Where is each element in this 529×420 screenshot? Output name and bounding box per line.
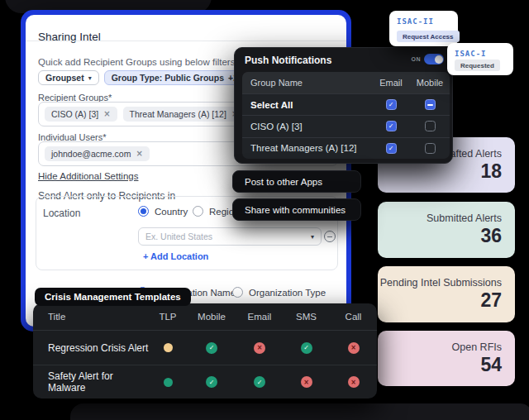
cross-icon: × bbox=[301, 376, 312, 388]
sms-cell: ✓ bbox=[283, 342, 330, 354]
push-group-name: Threat Managers (A) [12] bbox=[250, 143, 372, 153]
email-checkbox[interactable]: ✓ bbox=[386, 99, 397, 110]
chevron-down-icon: ▾ bbox=[88, 74, 92, 82]
requested-button[interactable]: Requested bbox=[455, 60, 500, 71]
recipient-group-chip-label: CISO (A) [3] bbox=[51, 109, 98, 119]
screen: Sharing Intel Quick add Recipient Groups… bbox=[0, 0, 529, 420]
call-cell: × bbox=[330, 342, 377, 354]
crisis-templates-tab: Crisis Management Templates bbox=[35, 288, 191, 306]
tlp-cell bbox=[149, 378, 187, 387]
crisis-column-header-mobile: Mobile bbox=[187, 312, 236, 322]
push-table-header: Group Name Email Mobile bbox=[242, 72, 450, 93]
backdrop-window-bottom bbox=[70, 403, 529, 420]
push-toggle-label: ON bbox=[412, 56, 422, 62]
open-rfis-label: Open RFIs bbox=[452, 341, 502, 353]
crisis-template-row[interactable]: Regression Crisis Alert✓×✓× bbox=[33, 331, 377, 365]
check-icon: ✓ bbox=[206, 376, 217, 388]
push-group-row: CISO (A) [3]✓ bbox=[242, 115, 450, 136]
pending-intel-submissions-label: Pending Intel Submissions bbox=[380, 277, 502, 289]
push-notifications-title: Push Notifications bbox=[245, 55, 331, 66]
groupset-filter-label: Groupset bbox=[45, 73, 84, 83]
groupset-filter-button[interactable]: Groupset ▾ bbox=[38, 70, 99, 85]
check-icon: ✓ bbox=[254, 376, 265, 388]
tlp-dot bbox=[164, 378, 173, 387]
request-access-button[interactable]: Request Access bbox=[397, 31, 460, 42]
submitted-alerts-label: Submitted Alerts bbox=[427, 212, 502, 224]
cross-icon: × bbox=[348, 376, 360, 388]
mobile-checkbox[interactable] bbox=[425, 99, 436, 110]
sms-cell: × bbox=[283, 376, 330, 388]
crisis-template-title: Regression Crisis Alert bbox=[48, 342, 149, 354]
modal-subtitle: Quick add Recipient Groups using below f… bbox=[38, 57, 235, 67]
email-cell: ✓ bbox=[236, 376, 283, 388]
crisis-column-header-title: Title bbox=[48, 312, 149, 322]
call-cell: × bbox=[330, 376, 377, 388]
share-with-communities-button[interactable]: Share with communities bbox=[232, 198, 361, 221]
country-radio-label: Country bbox=[155, 207, 188, 217]
mobile-cell bbox=[410, 143, 450, 154]
crisis-column-header-tlp: TLP bbox=[149, 312, 187, 322]
group-name-column-header: Group Name bbox=[250, 78, 372, 88]
add-location-link[interactable]: + Add Location bbox=[143, 251, 208, 261]
tlp-cell bbox=[149, 343, 187, 352]
group-type-filter-label: Group Type: Public Groups bbox=[112, 73, 224, 83]
organization-type-radio[interactable] bbox=[232, 287, 243, 298]
isac-ii-logo: ISAC-II bbox=[397, 17, 434, 26]
cross-icon: × bbox=[254, 342, 265, 354]
recipient-group-chip-label: Threat Managers (A) [12] bbox=[130, 109, 226, 119]
push-group-name: CISO (A) [3] bbox=[250, 122, 372, 131]
isac-i-logo: ISAC-I bbox=[455, 50, 487, 58]
country-radio[interactable] bbox=[138, 206, 149, 217]
push-group-name: Select All bbox=[250, 100, 372, 110]
chevron-down-icon: ▾ bbox=[311, 233, 314, 241]
email-cell: ✓ bbox=[372, 99, 410, 110]
crisis-table-header: TitleTLPMobileEmailSMSCall bbox=[33, 303, 377, 331]
check-icon: ✓ bbox=[206, 342, 217, 354]
email-cell: ✓ bbox=[372, 143, 410, 154]
crisis-templates-table: TitleTLPMobileEmailSMSCall Regression Cr… bbox=[33, 303, 377, 399]
hide-additional-settings-link[interactable]: Hide Additional Settings bbox=[38, 171, 138, 181]
individual-user-chip-label: johndoe@acme.com bbox=[51, 149, 131, 159]
individual-user-chip: johndoe@acme.com× bbox=[45, 146, 150, 161]
cross-icon: × bbox=[348, 342, 360, 354]
pending-intel-submissions-card[interactable]: Pending Intel Submissions 27 bbox=[378, 266, 515, 322]
location-label: Location bbox=[43, 208, 80, 219]
email-checkbox[interactable]: ✓ bbox=[386, 121, 397, 131]
crisis-template-title: Safety Alert for Malware bbox=[48, 370, 149, 394]
isac-ii-card: ISAC-II Request Access bbox=[389, 11, 458, 46]
email-column-header: Email bbox=[372, 78, 410, 88]
email-cell: ✓ bbox=[372, 121, 410, 131]
close-icon[interactable]: × bbox=[103, 110, 110, 118]
push-group-row: Select All✓ bbox=[242, 93, 450, 115]
open-rfis-value: 54 bbox=[480, 354, 502, 376]
organization-type-radio-label: Organization Type bbox=[249, 288, 326, 298]
region-radio[interactable] bbox=[193, 206, 203, 217]
mobile-cell: ✓ bbox=[187, 376, 236, 388]
location-select[interactable]: Ex. United States ▾ bbox=[138, 227, 322, 246]
check-icon: ✓ bbox=[301, 342, 312, 354]
close-icon[interactable]: × bbox=[136, 150, 142, 158]
post-to-other-apps-button[interactable]: Post to other Apps bbox=[232, 170, 361, 193]
mobile-cell bbox=[410, 99, 450, 110]
crisis-column-header-email: Email bbox=[236, 312, 283, 322]
submitted-alerts-card[interactable]: Submitted Alerts 36 bbox=[378, 202, 515, 258]
recipient-group-chip: Threat Managers (A) [12]× bbox=[123, 107, 245, 122]
submitted-alerts-value: 36 bbox=[480, 225, 502, 247]
pending-intel-submissions-value: 27 bbox=[480, 289, 502, 312]
group-type-filter-button[interactable]: Group Type: Public Groups +2 ▾ bbox=[104, 70, 253, 85]
email-checkbox[interactable]: ✓ bbox=[386, 143, 397, 154]
mobile-checkbox[interactable] bbox=[425, 121, 436, 131]
mobile-column-header: Mobile bbox=[410, 78, 450, 88]
recipient-group-chip: CISO (A) [3]× bbox=[45, 107, 117, 122]
open-rfis-card[interactable]: Open RFIs 54 bbox=[378, 331, 515, 386]
crisis-column-header-sms: SMS bbox=[283, 312, 330, 322]
crisis-template-row[interactable]: Safety Alert for Malware✓✓×× bbox=[33, 365, 377, 399]
push-toggle[interactable] bbox=[424, 54, 444, 64]
remove-location-icon[interactable] bbox=[324, 231, 336, 242]
push-groups-table: Group Name Email Mobile Select All✓CISO … bbox=[242, 72, 450, 159]
crisis-column-header-call: Call bbox=[330, 312, 377, 322]
email-cell: × bbox=[236, 342, 283, 354]
location-select-placeholder: Ex. United States bbox=[145, 231, 212, 241]
mobile-checkbox[interactable] bbox=[425, 143, 436, 154]
drafted-alerts-value: 18 bbox=[480, 160, 502, 183]
